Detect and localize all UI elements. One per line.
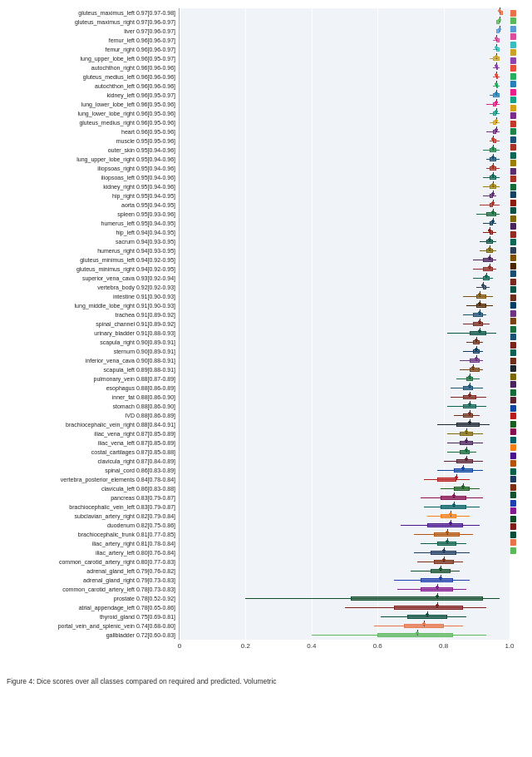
box-row: [180, 100, 510, 109]
legend-color: [510, 105, 516, 111]
row-label: gluteus_medius_right 0.96[0.95-0.96]: [4, 118, 179, 127]
box-row: [180, 557, 510, 567]
row-label: kidney_right 0.95[0.94-0.96]: [4, 182, 179, 191]
dot-marker: [436, 595, 439, 598]
box-row: [180, 594, 510, 603]
x-axis-tick: 0.8: [439, 642, 448, 650]
dot-marker: [488, 256, 491, 260]
legend-color: [510, 191, 516, 198]
row-label: femur_left 0.96[0.96-0.97]: [4, 36, 179, 45]
legend-color: [510, 318, 516, 324]
box-row: [180, 548, 510, 557]
box-row: [180, 237, 510, 246]
legend-color: [510, 215, 516, 222]
legend-color: [510, 96, 516, 103]
row-label: prostate 0.78[0.52-0.92]: [4, 594, 179, 603]
row-label: scapula_right 0.90[0.89-0.91]: [4, 338, 179, 347]
row-label: lung_middle_lobe_right 0.91[0.90-0.93]: [4, 301, 179, 310]
row-label: iliac_artery_left 0.80[0.76-0.84]: [4, 548, 179, 557]
legend-color: [510, 460, 516, 467]
box-row: [180, 338, 510, 347]
dot-marker: [436, 586, 439, 589]
row-label: thyroid_gland 0.75[0.69-0.81]: [4, 612, 179, 621]
legend-color: [510, 270, 516, 277]
row-label: gluteus_maximus_left 0.97[0.97-0.98]: [4, 8, 179, 17]
row-label: sternum 0.90[0.89-0.91]: [4, 347, 179, 356]
legend-color: [510, 160, 516, 166]
box-row: [180, 118, 510, 127]
dot-marker: [468, 375, 471, 378]
row-label: gluteus_maximus_right 0.97[0.96-0.97]: [4, 17, 179, 27]
box-row: [180, 493, 510, 502]
box-row: [180, 356, 510, 365]
box-row: [180, 91, 510, 100]
dot-marker: [491, 156, 495, 159]
legend-color: [510, 507, 516, 514]
box-row: [180, 603, 510, 612]
x-axis-tick: 0.6: [373, 642, 382, 650]
box-row: [180, 146, 510, 155]
dot-marker: [495, 55, 498, 58]
legend-color: [510, 453, 516, 459]
dot-marker: [468, 412, 471, 415]
dot-marker: [488, 238, 491, 241]
legend-color: [510, 349, 516, 356]
legend-color: [510, 152, 516, 159]
legend-color: [510, 128, 516, 135]
box-row: [180, 255, 510, 265]
dot-marker: [475, 357, 478, 360]
dot-marker: [468, 384, 471, 388]
row-label: adrenal_gland_left 0.79[0.76-0.82]: [4, 567, 179, 576]
row-label: brachiocephalic_vein_left 0.83[0.79-0.87…: [4, 502, 179, 512]
legend-color: [510, 207, 516, 214]
box-row: [180, 484, 510, 493]
dot-marker: [478, 329, 481, 333]
row-label: lung_lower_lobe_left 0.96[0.95-0.96]: [4, 100, 179, 109]
row-label: muscle 0.95[0.95-0.96]: [4, 136, 179, 146]
dot-marker: [442, 549, 446, 552]
row-label: adrenal_gland_right 0.79[0.73-0.83]: [4, 576, 179, 585]
row-label: sacrum 0.94[0.93-0.95]: [4, 237, 179, 246]
box-row: [180, 228, 510, 237]
dot-marker: [491, 165, 495, 168]
box-row: [180, 310, 510, 319]
legend-color: [510, 279, 516, 285]
legend-color: [510, 468, 516, 475]
dot-marker: [495, 73, 498, 77]
legend-color: [510, 89, 516, 96]
x-axis-tick: 0.2: [241, 642, 250, 650]
box-row: [180, 420, 510, 429]
box-row: [180, 512, 510, 521]
box-row: [180, 319, 510, 329]
chart-container: gluteus_maximus_left 0.97[0.97-0.98]glut…: [0, 0, 532, 673]
box-row: [180, 72, 510, 82]
box-row: [180, 155, 510, 164]
legend-color: [510, 484, 516, 491]
dot-marker: [495, 110, 498, 113]
box-row: [180, 127, 510, 136]
dot-marker: [452, 494, 456, 497]
legend-color: [510, 532, 516, 538]
caption: Figure 4: Dice scores over all classes c…: [0, 673, 532, 691]
box-row: [180, 502, 510, 512]
row-label: vertebra_posterior_elements 0.84[0.78-0.…: [4, 475, 179, 484]
dot-marker: [465, 439, 468, 443]
box-row: [180, 631, 510, 640]
legend-color: [510, 136, 516, 143]
dot-marker: [475, 348, 478, 351]
dot-marker: [481, 284, 485, 287]
row-label: clavicula_left 0.86[0.83-0.88]: [4, 484, 179, 493]
dot-marker: [436, 604, 439, 607]
box-row: [180, 63, 510, 72]
dot-marker: [495, 128, 498, 131]
row-label: scapula_left 0.89[0.88-0.91]: [4, 365, 179, 374]
box-row: [180, 576, 510, 585]
legend-color: [510, 26, 516, 32]
dot-marker: [478, 302, 481, 305]
box-row: [180, 292, 510, 301]
legend-color: [510, 286, 516, 293]
legend-color: [510, 413, 516, 419]
row-label: brachiocephalic_trunk 0.81[0.77-0.85]: [4, 530, 179, 539]
dot-marker: [468, 393, 471, 397]
row-label: autochthon_left 0.96[0.96-0.96]: [4, 82, 179, 91]
